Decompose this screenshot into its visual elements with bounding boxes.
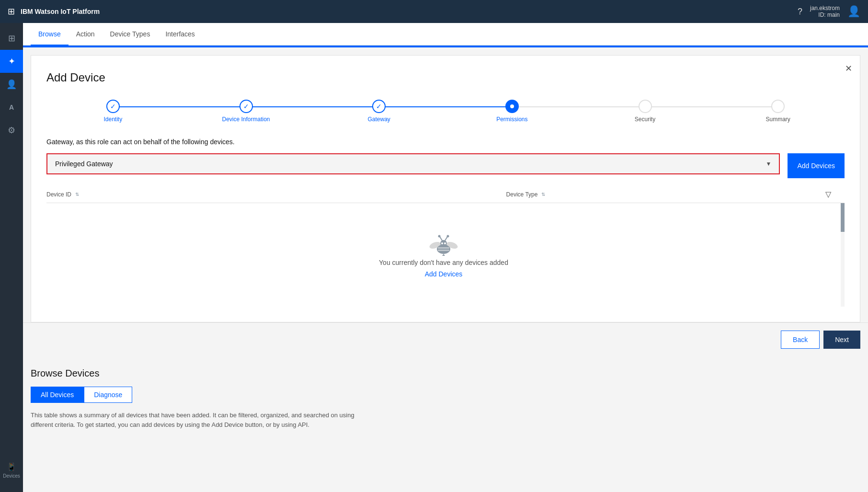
step-summary: Summary <box>711 100 845 123</box>
step-identity-label: Identity <box>103 116 122 123</box>
svg-point-5 <box>447 235 449 238</box>
svg-line-4 <box>445 237 447 240</box>
col-filter: ▽ <box>825 190 845 199</box>
svg-rect-6 <box>438 247 449 249</box>
permissions-dot <box>510 104 514 108</box>
step-security: Security <box>579 100 712 123</box>
step-gateway: ✓ Gateway <box>312 100 445 123</box>
device-type-sort-icon[interactable]: ⇅ <box>541 192 545 197</box>
tab-browse[interactable]: Browse <box>31 23 69 46</box>
step-device-info: ✓ Device Information <box>180 100 313 123</box>
modal-title: Add Device <box>46 71 845 84</box>
sidebar-item-apps[interactable]: A <box>0 96 23 119</box>
col-device-id: Device ID ⇅ <box>46 191 506 198</box>
scrollbar-track <box>841 203 845 307</box>
empty-state-add-link[interactable]: Add Devices <box>425 270 463 278</box>
browse-title: Browse Devices <box>31 368 860 379</box>
tab-action[interactable]: Action <box>69 23 103 46</box>
sidebar-item-grid[interactable]: ⊞ <box>0 27 23 50</box>
step-gateway-label: Gateway <box>368 116 390 123</box>
step-identity-circle: ✓ <box>106 100 120 113</box>
browse-tab-all-devices[interactable]: All Devices <box>31 387 84 403</box>
step-summary-circle <box>771 100 785 113</box>
device-id-sort-icon[interactable]: ⇅ <box>75 192 79 197</box>
add-device-modal: ✕ Add Device ✓ Identity ✓ Device Informa <box>31 55 860 322</box>
gateway-description: Gateway, as this role can act on behalf … <box>46 138 845 146</box>
col-device-type: Device Type ⇅ <box>506 191 825 198</box>
user-info[interactable]: jan.ekstrom ID: main <box>810 5 840 18</box>
sidebar-item-devices[interactable]: 📱 Devices <box>0 458 23 482</box>
step-permissions-label: Permissions <box>496 116 527 123</box>
step-security-label: Security <box>635 116 655 123</box>
dropdown-arrow-icon: ▼ <box>758 155 779 173</box>
devices-icon: 📱 <box>7 462 16 471</box>
step-security-circle <box>639 100 652 113</box>
next-button[interactable]: Next <box>823 331 860 349</box>
user-avatar-icon[interactable]: 👤 <box>847 5 860 18</box>
devices-table-container: Device ID ⇅ Device Type ⇅ ▽ <box>46 186 845 307</box>
page-content: ✕ Add Device ✓ Identity ✓ Device Informa <box>23 55 868 441</box>
permissions-row: Privileged Gateway Standard Gateway ▼ Ad… <box>46 153 845 178</box>
checkmark-icon: ✓ <box>110 103 116 110</box>
step-device-info-label: Device Information <box>222 116 270 123</box>
device-type-label: Device Type <box>506 191 538 198</box>
sidebar-item-settings[interactable]: ⚙ <box>0 119 23 142</box>
permissions-select-box: Privileged Gateway Standard Gateway ▼ <box>46 153 780 174</box>
svg-line-2 <box>440 237 442 240</box>
table-body: You currently don't have any devices add… <box>46 203 845 307</box>
svg-marker-10 <box>442 254 445 256</box>
step-device-info-circle: ✓ <box>240 100 253 113</box>
browse-description: This table shows a summary of all device… <box>31 411 366 429</box>
browse-devices-section: Browse Devices All Devices Diagnose This… <box>23 356 868 441</box>
empty-state-title: You currently don't have any devices add… <box>379 259 508 266</box>
stepper: ✓ Identity ✓ Device Information ✓ Gat <box>46 100 845 123</box>
device-id-label: Device ID <box>46 191 71 198</box>
permissions-dropdown[interactable]: Privileged Gateway Standard Gateway <box>47 154 758 173</box>
step-permissions: Permissions <box>445 100 579 123</box>
tab-device-types[interactable]: Device Types <box>103 23 158 46</box>
user-id: ID: main <box>810 11 840 18</box>
empty-state: You currently don't have any devices add… <box>46 203 841 307</box>
main-content: Browse Action Device Types Interfaces ✕ … <box>23 23 868 492</box>
tab-bar: Browse Action Device Types Interfaces <box>23 23 868 46</box>
top-nav-right: ? jan.ekstrom ID: main 👤 <box>798 5 860 18</box>
checkmark-icon-2: ✓ <box>243 103 249 110</box>
top-navigation: ⊞ IBM Watson IoT Platform ? jan.ekstrom … <box>0 0 868 23</box>
table-content-area: You currently don't have any devices add… <box>46 203 845 307</box>
app-title: IBM Watson IoT Platform <box>21 8 100 15</box>
close-button[interactable]: ✕ <box>845 63 852 74</box>
step-permissions-circle <box>505 100 519 113</box>
user-name: jan.ekstrom <box>810 5 840 11</box>
scrollbar-thumb[interactable] <box>841 203 845 232</box>
browse-tabs: All Devices Diagnose <box>31 387 860 403</box>
back-button[interactable]: Back <box>781 331 820 349</box>
accent-bar <box>23 46 868 47</box>
bee-illustration <box>426 232 461 259</box>
grid-menu-icon[interactable]: ⊞ <box>8 6 15 17</box>
help-icon[interactable]: ? <box>798 7 802 17</box>
svg-point-12 <box>444 242 446 244</box>
tab-interfaces[interactable]: Interfaces <box>158 23 202 46</box>
sidebar-item-dashboard[interactable]: ✦ <box>0 50 23 73</box>
svg-rect-7 <box>438 250 449 251</box>
step-identity: ✓ Identity <box>46 100 180 123</box>
modal-footer: Back Next <box>23 322 868 356</box>
left-sidebar: ⊞ ✦ 👤 A ⚙ 📱 Devices <box>0 23 23 492</box>
svg-point-11 <box>441 242 443 244</box>
table-header: Device ID ⇅ Device Type ⇅ ▽ <box>46 186 845 203</box>
svg-point-3 <box>438 235 441 238</box>
add-devices-button[interactable]: Add Devices <box>788 153 845 178</box>
filter-icon[interactable]: ▽ <box>825 190 831 198</box>
checkmark-icon-3: ✓ <box>376 103 382 110</box>
step-summary-label: Summary <box>766 116 790 123</box>
top-nav-left: ⊞ IBM Watson IoT Platform <box>8 6 100 17</box>
sidebar-item-users[interactable]: 👤 <box>0 73 23 96</box>
browse-tab-diagnose[interactable]: Diagnose <box>84 387 132 403</box>
devices-label: Devices <box>3 473 20 479</box>
step-gateway-circle: ✓ <box>372 100 386 113</box>
